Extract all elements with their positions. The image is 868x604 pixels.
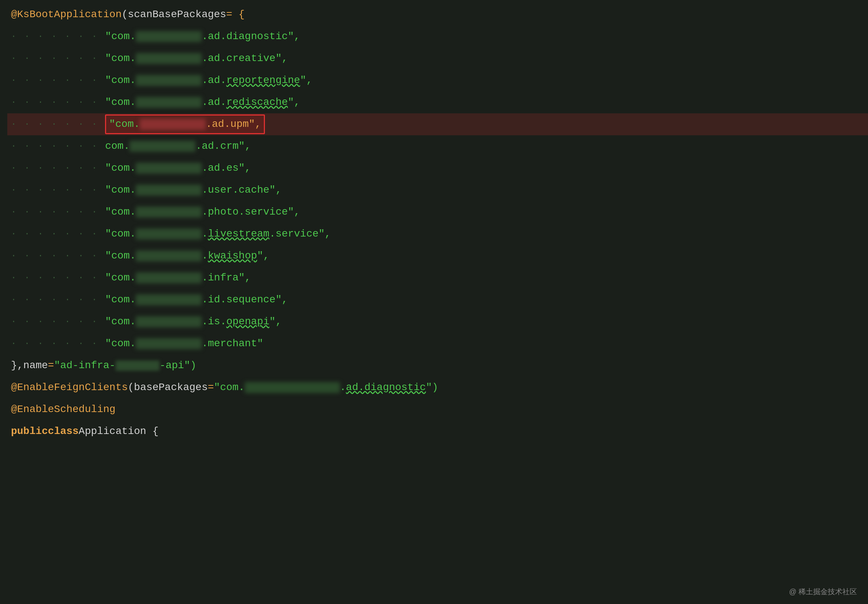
str-14-close: .is.openapi", — [202, 314, 281, 329]
dots-9: · · · · · · · — [11, 205, 98, 219]
str-name-open: "ad-infra- — [54, 358, 116, 373]
equals: = { — [226, 6, 245, 22]
str-14-open: "com. — [105, 314, 136, 329]
watermark: @ 稀土掘金技术社区 — [789, 586, 857, 598]
equals-name: = — [48, 358, 54, 373]
dots-3: · · · · · · · — [11, 74, 98, 87]
blur-1 — [136, 31, 202, 42]
feign-str-close: .ad.diagnostic") — [340, 380, 439, 395]
scheduling-annotation: @EnableScheduling — [11, 402, 116, 417]
code-block: @KsBootApplication(scanBasePackages = { … — [0, 0, 868, 446]
line-scheduling: @EnableScheduling — [7, 399, 868, 420]
dots-10: · · · · · · · — [11, 227, 98, 241]
blur-closing — [116, 360, 160, 371]
line-2: · · · · · · · "com. .ad.creative", — [7, 48, 868, 70]
dots-8: · · · · · · · — [11, 183, 98, 197]
dots-1: · · · · · · · — [11, 29, 98, 43]
str-3-close: .ad.reportengine", — [202, 73, 312, 88]
str-13-close: .id.sequence", — [202, 292, 288, 307]
blur-11 — [136, 250, 202, 261]
str-11-close: .kwaishop", — [202, 248, 269, 264]
str-12-open: "com. — [105, 270, 136, 286]
line-10: · · · · · · · "com. .livestream.service"… — [7, 223, 868, 245]
dots-2: · · · · · · · — [11, 51, 98, 65]
blur-15 — [136, 338, 202, 349]
blur-12 — [136, 272, 202, 283]
dots-12: · · · · · · · — [11, 271, 98, 284]
str-name-close: -api") — [160, 358, 197, 373]
str-13-open: "com. — [105, 292, 136, 307]
dots-5: · · · · · · · — [11, 117, 98, 131]
str-6-open: com. — [105, 138, 130, 154]
param-name: scanBasePackages — [128, 6, 226, 22]
line-feign: @EnableFeignClients(basePackages = "com.… — [7, 377, 868, 399]
dots-15: · · · · · · · — [11, 337, 98, 350]
line-class: public class Application { — [7, 420, 868, 442]
blur-8 — [136, 185, 202, 196]
dots-7: · · · · · · · — [11, 161, 98, 175]
blur-feign — [245, 382, 340, 393]
str-9-close: .photo.service", — [202, 204, 300, 220]
line-7: · · · · · · · "com. .ad.es", — [7, 157, 868, 179]
str-1-open: "com. — [105, 28, 136, 44]
str-6-close: .ad.crm", — [195, 138, 251, 154]
line-9: · · · · · · · "com. .photo.service", — [7, 201, 868, 223]
feign-paren: ( — [128, 380, 134, 395]
line-12: · · · · · · · "com. .infra", — [7, 267, 868, 289]
str-5-close: .ad.upm", — [206, 116, 261, 132]
blur-5 — [140, 119, 206, 130]
line-14: · · · · · · · "com. .is.openapi", — [7, 311, 868, 333]
line-6: · · · · · · · com. .ad.crm", — [7, 135, 868, 157]
feign-str-open: "com. — [214, 380, 245, 395]
blur-3 — [136, 75, 202, 86]
blur-10 — [136, 229, 202, 239]
paren-open: ( — [121, 6, 128, 22]
str-10-open: "com. — [105, 226, 136, 242]
str-4-close: .ad.rediscache", — [202, 94, 300, 110]
str-8-open: "com. — [105, 182, 136, 198]
line-13: · · · · · · · "com. .id.sequence", — [7, 289, 868, 311]
closing-brace: }, — [11, 358, 23, 373]
class-name: Application { — [79, 423, 158, 439]
feign-equals: = — [208, 380, 214, 395]
line-1: · · · · · · · "com. .ad.diagnostic", — [7, 26, 868, 48]
str-15-close: .merchant" — [202, 336, 263, 351]
str-4-open: "com. — [105, 94, 136, 110]
str-5-open: "com. — [109, 116, 140, 132]
str-15-open: "com. — [105, 336, 136, 351]
line-4: · · · · · · · "com. .ad.rediscache", — [7, 91, 868, 113]
name-keyword: name — [23, 358, 48, 373]
str-12-close: .infra", — [202, 270, 251, 286]
line-closing: }, name = "ad-infra- -api") — [7, 355, 868, 377]
keyword-public: public — [11, 423, 48, 439]
blur-9 — [136, 207, 202, 218]
dots-4: · · · · · · · — [11, 96, 98, 109]
str-1-close: .ad.diagnostic", — [202, 28, 300, 44]
line-11: · · · · · · · "com. .kwaishop", — [7, 245, 868, 267]
str-7-close: .ad.es", — [202, 160, 251, 176]
str-2-open: "com. — [105, 51, 136, 66]
blur-4 — [136, 97, 202, 108]
dots-6: · · · · · · · — [11, 139, 98, 153]
str-8-close: .user.cache", — [202, 182, 281, 198]
dots-11: · · · · · · · — [11, 249, 98, 263]
blur-2 — [136, 53, 202, 64]
line-8: · · · · · · · "com. .user.cache", — [7, 179, 868, 201]
feign-annotation: @EnableFeignClients — [11, 380, 128, 395]
line-5-highlighted: · · · · · · · "com. .ad.upm", — [7, 113, 868, 135]
annotation-text: @KsBootApplication — [11, 6, 121, 22]
dots-14: · · · · · · · — [11, 315, 98, 328]
blur-6 — [130, 141, 195, 152]
str-9-open: "com. — [105, 204, 136, 220]
str-3-open: "com. — [105, 73, 136, 88]
blur-7 — [136, 163, 202, 174]
blur-13 — [136, 294, 202, 305]
feign-param: basePackages — [134, 380, 208, 395]
str-2-close: .ad.creative", — [202, 51, 288, 66]
line-15: · · · · · · · "com. .merchant" — [7, 333, 868, 355]
str-10-close: .livestream.service", — [202, 226, 331, 242]
str-7-open: "com. — [105, 160, 136, 176]
dots-13: · · · · · · · — [11, 293, 98, 306]
str-11-open: "com. — [105, 248, 136, 264]
line-3: · · · · · · · "com. .ad.reportengine", — [7, 70, 868, 91]
